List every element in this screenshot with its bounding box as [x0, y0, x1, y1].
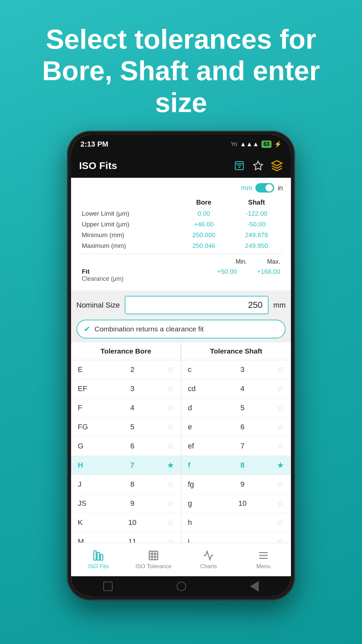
brand-icon-button[interactable] [271, 160, 283, 172]
tab-menu-label: Menu [256, 563, 271, 570]
tab-iso-tolerance-label: ISO Tolerance [135, 563, 171, 570]
shaft-val: -122.00 [230, 208, 283, 219]
shaft-star-icon[interactable]: ☆ [277, 422, 284, 432]
nominal-size-row: Nominal Size mm [71, 290, 291, 320]
shaft-letter: g [188, 499, 208, 508]
shaft-list-item[interactable]: c 3 ☆ [181, 360, 291, 379]
bore-letter: J [78, 480, 98, 489]
shaft-list-item[interactable]: fg 9 ☆ [181, 475, 291, 494]
tab-iso-tolerance[interactable]: ISO Tolerance [126, 543, 181, 576]
shaft-star-icon[interactable]: ☆ [277, 480, 284, 489]
shaft-number: 5 [236, 404, 249, 412]
shaft-star-icon[interactable]: ☆ [277, 537, 284, 543]
shaft-list-item[interactable]: g 10 ☆ [181, 494, 291, 513]
shaft-list-item[interactable]: e 6 ☆ [181, 418, 291, 437]
bore-list-item[interactable]: M 11 ☆ [71, 532, 181, 543]
battery-icon: 63 [261, 141, 272, 148]
shaft-star-icon[interactable]: ☆ [277, 365, 284, 374]
bore-val: +46.00 [177, 219, 230, 230]
bore-list-item[interactable]: F 4 ☆ [71, 398, 181, 418]
shaft-list-item[interactable]: ef 7 ☆ [181, 437, 291, 456]
table-row: Minimum (mm) 250.000 249.878 [79, 230, 283, 240]
hero-section: Select tolerances for Bore, Shaft and en… [0, 0, 362, 135]
bore-val: 250.046 [177, 240, 230, 251]
bore-star-icon[interactable]: ★ [167, 461, 174, 470]
hero-title: Select tolerances for Bore, Shaft and en… [0, 0, 362, 135]
bore-star-icon[interactable]: ☆ [167, 480, 174, 489]
shaft-letter: j [188, 537, 208, 543]
shaft-star-icon[interactable]: ☆ [277, 441, 284, 451]
unit-toggle-switch[interactable] [255, 183, 274, 193]
tab-charts[interactable]: Charts [181, 543, 236, 576]
table-row: Maximum (mm) 250.046 249.950 [79, 240, 283, 251]
bore-star-icon[interactable]: ☆ [167, 365, 174, 374]
star-icon-button[interactable] [252, 160, 264, 172]
bore-list-item[interactable]: EF 3 ☆ [71, 379, 181, 398]
shaft-list: c 3 ☆ cd 4 ☆ d 5 ☆ e 6 ☆ ef 7 ☆ f 8 ★ fg… [181, 360, 291, 543]
tab-menu[interactable]: Menu [236, 543, 291, 576]
bore-list-item[interactable]: H 7 ★ [71, 456, 181, 475]
bore-star-icon[interactable]: ☆ [167, 384, 174, 393]
bore-star-icon[interactable]: ☆ [167, 422, 174, 432]
bore-list-item[interactable]: J 8 ☆ [71, 475, 181, 494]
col-shaft-header: Shaft [230, 197, 283, 208]
mm-label: mm [241, 184, 252, 192]
bore-star-icon[interactable]: ☆ [167, 499, 174, 508]
bore-val: 250.000 [177, 230, 230, 240]
shaft-number: 6 [236, 423, 249, 431]
shaft-letter: d [188, 404, 208, 412]
bore-star-icon[interactable]: ☆ [167, 537, 174, 543]
shaft-star-icon[interactable]: ☆ [277, 403, 284, 413]
shaft-list-item[interactable]: d 5 ☆ [181, 398, 291, 418]
screen-content[interactable]: mm in Bore Shaft [71, 178, 291, 543]
shaft-list-item[interactable]: j ☆ [181, 532, 291, 543]
phone-frame: 2:13 PM Yo ▲▲▲ 63 ⚡ ISO Fits [67, 131, 295, 600]
shaft-list-item[interactable]: h ☆ [181, 513, 291, 532]
nav-bar: ISO Fits [71, 154, 291, 178]
clearance-label: Clearance (μm) [82, 275, 123, 282]
filter-icon-button[interactable] [233, 160, 245, 172]
shaft-header: Tolerance Shaft [181, 342, 291, 360]
bore-list-item[interactable]: K 10 ☆ [71, 513, 181, 532]
shaft-star-icon[interactable]: ☆ [277, 384, 284, 393]
bore-val: 0.00 [177, 208, 230, 219]
svg-rect-7 [101, 554, 103, 560]
back-btn[interactable] [250, 581, 259, 592]
home-square-btn[interactable] [103, 582, 113, 591]
bore-list-item[interactable]: JS 9 ☆ [71, 494, 181, 513]
bore-list-item[interactable]: G 6 ☆ [71, 437, 181, 456]
bore-star-icon[interactable]: ☆ [167, 441, 174, 451]
fit-max-val: +168.00 [257, 268, 280, 275]
table-divider [79, 254, 283, 254]
shaft-number: 9 [236, 480, 249, 489]
tab-charts-label: Charts [200, 563, 217, 570]
carrier-label: Yo [231, 141, 237, 148]
filter-icon [234, 160, 245, 171]
home-circle-btn[interactable] [177, 582, 186, 591]
bore-letter: FG [78, 423, 98, 431]
table-row: Lower Limit (μm) 0.00 -122.00 [79, 208, 283, 219]
bore-star-icon[interactable]: ☆ [167, 403, 174, 413]
iso-tolerance-icon [148, 550, 159, 561]
nominal-size-input[interactable] [125, 296, 269, 314]
shaft-val: -50.00 [230, 219, 283, 230]
table-row: Upper Limit (μm) +46.00 -50.00 [79, 219, 283, 230]
shaft-list-item[interactable]: cd 4 ☆ [181, 379, 291, 398]
shaft-number: 7 [236, 442, 249, 450]
svg-rect-5 [94, 550, 96, 560]
shaft-star-icon[interactable]: ☆ [277, 518, 284, 527]
bore-list-item[interactable]: E 2 ☆ [71, 360, 181, 379]
shaft-number: 3 [236, 365, 249, 374]
shaft-star-icon[interactable]: ☆ [277, 499, 284, 508]
charts-icon [203, 550, 214, 561]
nav-title: ISO Fits [79, 160, 117, 171]
shaft-star-icon[interactable]: ★ [277, 461, 284, 470]
bore-star-icon[interactable]: ☆ [167, 518, 174, 527]
tab-iso-fits[interactable]: ISO Fits [71, 543, 126, 576]
col-bore-header: Bore [177, 197, 230, 208]
bore-list-item[interactable]: FG 5 ☆ [71, 418, 181, 437]
nominal-size-label: Nominal Size [76, 301, 120, 310]
bore-number: 4 [126, 404, 139, 412]
menu-icon [258, 550, 269, 561]
shaft-list-item[interactable]: f 8 ★ [181, 456, 291, 475]
